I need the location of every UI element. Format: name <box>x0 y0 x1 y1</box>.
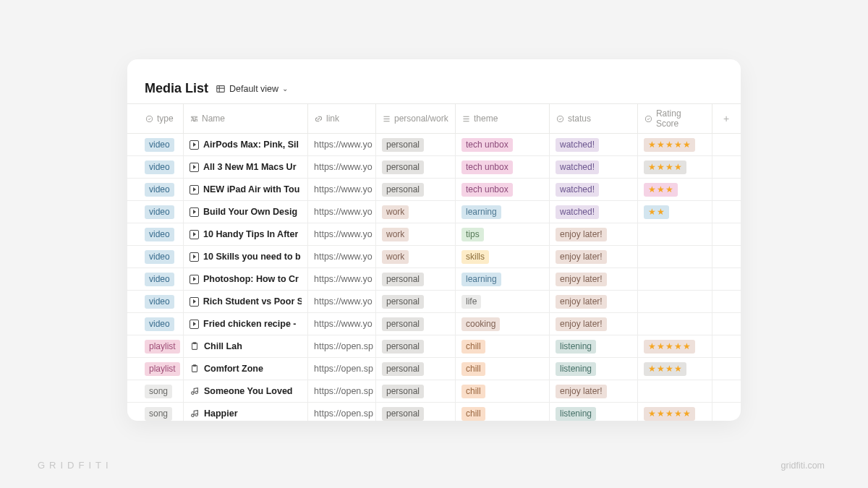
cell-rating[interactable] <box>638 380 712 402</box>
cell-personal-work[interactable]: personal <box>376 134 456 155</box>
cell-rating[interactable]: ★★★★ <box>638 156 712 178</box>
add-column-button[interactable]: + <box>712 104 740 133</box>
cell-theme[interactable]: chill <box>456 358 550 380</box>
cell-link[interactable]: https://open.sp <box>308 335 376 357</box>
cell-type[interactable]: video <box>127 246 184 267</box>
cell-name[interactable]: Rich Student vs Poor S <box>184 291 308 312</box>
cell-rating[interactable] <box>638 313 712 335</box>
cell-theme[interactable]: tech unbox <box>456 179 550 200</box>
cell-personal-work[interactable]: personal <box>376 358 456 380</box>
cell-type[interactable]: song <box>127 403 184 421</box>
cell-link[interactable]: https://www.yo <box>308 313 376 335</box>
cell-theme[interactable]: cooking <box>456 313 550 335</box>
column-header-name[interactable]: Aa Name <box>184 104 308 133</box>
column-header-status[interactable]: status <box>550 104 638 133</box>
cell-rating[interactable]: ★★ <box>638 201 712 223</box>
cell-type[interactable]: playlist <box>127 335 184 357</box>
cell-personal-work[interactable]: work <box>376 246 456 267</box>
table-row[interactable]: songSomeone You Lovedhttps://open.sppers… <box>127 380 741 403</box>
cell-status[interactable]: enjoy later! <box>550 313 638 335</box>
column-header-type[interactable]: type <box>127 104 184 133</box>
table-row[interactable]: songHappierhttps://open.sppersonalchilll… <box>127 403 741 421</box>
cell-link[interactable]: https://www.yo <box>308 246 376 267</box>
column-header-personal-work[interactable]: personal/work <box>376 104 456 133</box>
cell-status[interactable]: watched! <box>550 134 638 155</box>
cell-link[interactable]: https://www.yo <box>308 223 376 245</box>
cell-rating[interactable] <box>638 268 712 290</box>
cell-name[interactable]: Build Your Own Desig <box>184 201 308 223</box>
cell-personal-work[interactable]: personal <box>376 156 456 178</box>
cell-status[interactable]: listening <box>550 358 638 380</box>
cell-status[interactable]: enjoy later! <box>550 223 638 245</box>
cell-personal-work[interactable]: personal <box>376 291 456 312</box>
cell-status[interactable]: watched! <box>550 156 638 178</box>
table-row[interactable]: video10 Skills you need to bhttps://www.… <box>127 246 741 268</box>
cell-name[interactable]: Photoshop: How to Cr <box>184 268 308 290</box>
cell-type[interactable]: video <box>127 223 184 245</box>
table-row[interactable]: videoAirPods Max: Pink, Silhttps://www.y… <box>127 134 741 156</box>
cell-type[interactable]: video <box>127 313 184 335</box>
cell-status[interactable]: enjoy later! <box>550 268 638 290</box>
column-header-link[interactable]: link <box>308 104 376 133</box>
cell-theme[interactable]: learning <box>456 268 550 290</box>
cell-personal-work[interactable]: personal <box>376 380 456 402</box>
cell-personal-work[interactable]: personal <box>376 179 456 200</box>
cell-type[interactable]: video <box>127 179 184 200</box>
cell-type[interactable]: video <box>127 201 184 223</box>
table-row[interactable]: videoPhotoshop: How to Crhttps://www.yop… <box>127 268 741 291</box>
cell-personal-work[interactable]: personal <box>376 403 456 421</box>
cell-theme[interactable]: chill <box>456 403 550 421</box>
cell-rating[interactable] <box>638 246 712 267</box>
cell-theme[interactable]: chill <box>456 380 550 402</box>
column-header-rating[interactable]: Rating Score <box>638 104 712 133</box>
table-row[interactable]: playlistChill Lahhttps://open.sppersonal… <box>127 335 741 358</box>
table-row[interactable]: videoBuild Your Own Desighttps://www.yow… <box>127 201 741 223</box>
cell-type[interactable]: video <box>127 134 184 155</box>
cell-link[interactable]: https://www.yo <box>308 156 376 178</box>
cell-name[interactable]: Comfort Zone <box>184 358 308 380</box>
cell-link[interactable]: https://open.sp <box>308 358 376 380</box>
cell-rating[interactable] <box>638 291 712 312</box>
cell-link[interactable]: https://www.yo <box>308 179 376 200</box>
table-row[interactable]: videoAll 3 New M1 Macs Urhttps://www.yop… <box>127 156 741 179</box>
cell-rating[interactable]: ★★★ <box>638 179 712 200</box>
cell-status[interactable]: enjoy later! <box>550 246 638 267</box>
cell-name[interactable]: Someone You Loved <box>184 380 308 402</box>
view-selector[interactable]: Default view ⌄ <box>216 84 288 94</box>
cell-link[interactable]: https://www.yo <box>308 268 376 290</box>
cell-status[interactable]: watched! <box>550 201 638 223</box>
cell-type[interactable]: song <box>127 380 184 402</box>
cell-rating[interactable]: ★★★★★ <box>638 335 712 357</box>
cell-type[interactable]: playlist <box>127 358 184 380</box>
cell-theme[interactable]: chill <box>456 335 550 357</box>
cell-theme[interactable]: learning <box>456 201 550 223</box>
cell-name[interactable]: AirPods Max: Pink, Sil <box>184 134 308 155</box>
cell-name[interactable]: 10 Skills you need to b <box>184 246 308 267</box>
cell-type[interactable]: video <box>127 268 184 290</box>
cell-personal-work[interactable]: work <box>376 201 456 223</box>
cell-status[interactable]: listening <box>550 335 638 357</box>
cell-status[interactable]: enjoy later! <box>550 291 638 312</box>
cell-link[interactable]: https://www.yo <box>308 201 376 223</box>
cell-personal-work[interactable]: personal <box>376 313 456 335</box>
table-row[interactable]: videoRich Student vs Poor Shttps://www.y… <box>127 291 741 313</box>
cell-theme[interactable]: tips <box>456 223 550 245</box>
cell-personal-work[interactable]: personal <box>376 268 456 290</box>
cell-personal-work[interactable]: work <box>376 223 456 245</box>
cell-theme[interactable]: tech unbox <box>456 134 550 155</box>
cell-name[interactable]: Happier <box>184 403 308 421</box>
cell-type[interactable]: video <box>127 156 184 178</box>
cell-name[interactable]: Fried chicken recipe - <box>184 313 308 335</box>
cell-name[interactable]: All 3 New M1 Macs Ur <box>184 156 308 178</box>
cell-type[interactable]: video <box>127 291 184 312</box>
cell-rating[interactable]: ★★★★ <box>638 358 712 380</box>
cell-link[interactable]: https://www.yo <box>308 134 376 155</box>
cell-link[interactable]: https://www.yo <box>308 291 376 312</box>
cell-status[interactable]: enjoy later! <box>550 380 638 402</box>
cell-name[interactable]: Chill Lah <box>184 335 308 357</box>
cell-status[interactable]: listening <box>550 403 638 421</box>
cell-personal-work[interactable]: personal <box>376 335 456 357</box>
cell-rating[interactable]: ★★★★★ <box>638 403 712 421</box>
column-header-theme[interactable]: theme <box>456 104 550 133</box>
cell-status[interactable]: watched! <box>550 179 638 200</box>
